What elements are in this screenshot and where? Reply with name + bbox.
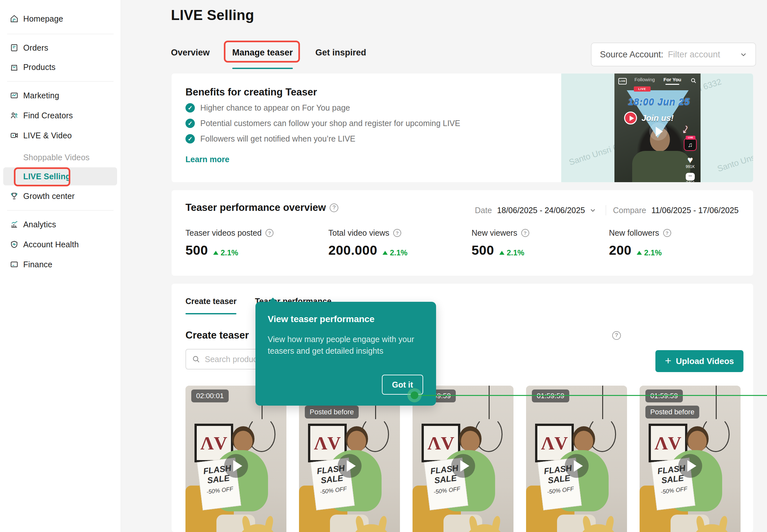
chevron-down-icon (740, 51, 747, 58)
sidebar-item-finance[interactable]: Finance (0, 255, 121, 273)
stat-label: New viewers (472, 228, 517, 238)
sidebar-item-label: Shoppable Videos (23, 153, 90, 162)
guide-highlight-line (415, 395, 767, 396)
stat-teaser-videos-posted: Teaser videos posted? 500 2.1% (185, 228, 273, 258)
phone-action-rail: ♫LIVE ♥ 991K 3456 (683, 138, 697, 182)
stat-value: 200.000 (328, 243, 377, 258)
up-arrow-icon (382, 251, 388, 255)
person-body (632, 151, 690, 182)
tab-create-teaser[interactable]: Create teaser (185, 297, 236, 306)
video-duration-badge: 02:00:01 (191, 389, 229, 402)
stat-delta: 2.1% (382, 248, 408, 257)
sidebar-item-marketing[interactable]: Marketing (0, 86, 121, 104)
sidebar-item-shoppable-videos[interactable]: Shoppable Videos (0, 148, 121, 166)
sidebar-item-find-creators[interactable]: Find Creators (0, 106, 121, 124)
stat-value: 500 (472, 243, 494, 258)
date-filter-row: Date 18/06/2025 - 24/06/2025 Compare 11/… (475, 205, 739, 215)
cage-lamp (475, 417, 503, 452)
account-avatar: ♫LIVE (684, 138, 697, 151)
video-grid: ΛVFLASHSALE-50% OFF02:00:01ΛVFLASHSALE-5… (185, 386, 741, 532)
teaser-video-card[interactable]: ΛVFLASHSALE-50% OFF02:00:01 (185, 386, 286, 532)
find-creators-icon (10, 111, 19, 120)
tab-get-inspired[interactable]: Get inspired (315, 44, 366, 64)
person-face (234, 431, 252, 452)
cage-lamp (588, 417, 616, 452)
divider (7, 34, 113, 34)
help-icon[interactable]: ? (612, 331, 621, 340)
tooltip-arrow (268, 298, 277, 302)
sidebar-item-products[interactable]: Products (0, 58, 121, 76)
search-icon (192, 355, 200, 363)
phone-tab-for-you: For You (664, 77, 681, 82)
stat-value: 200 (609, 243, 632, 258)
growth-center-icon (10, 192, 19, 201)
comments-count: 3456 (683, 181, 697, 182)
likes-count: 991K (683, 164, 697, 169)
orders-icon (10, 43, 19, 52)
stat-new-viewers: New viewers? 500 2.1% (472, 228, 529, 258)
posted-before-badge: Posted before (305, 406, 359, 419)
teaser-phone-preview: LIVE Following For You LIVE 18:00 Jun 25… (615, 74, 701, 182)
marketing-icon (10, 91, 19, 100)
help-icon[interactable]: ? (265, 229, 273, 237)
help-icon[interactable]: ? (329, 203, 338, 212)
sidebar-item-label: Homepage (23, 14, 63, 24)
benefits-card: Benefits for creating Teaser ✓ Higher ch… (172, 74, 753, 182)
sidebar-item-analytics[interactable]: Analytics (0, 215, 121, 233)
account-health-icon (10, 240, 19, 249)
play-icon (624, 112, 637, 124)
stat-label: Total video views (328, 228, 389, 238)
video-duration-badge: 01:59:59 (532, 389, 569, 402)
sidebar-item-label: Orders (23, 43, 48, 53)
stat-new-followers: New followers? 200 2.1% (609, 228, 671, 258)
learn-more-link[interactable]: Learn more (185, 155, 229, 164)
benefit-item: ✓ Higher chance to appear on For You pag… (185, 103, 350, 113)
teaser-video-card[interactable]: ΛVFLASHSALE-50% OFF01:59:59Posted before (640, 386, 741, 532)
home-icon (10, 14, 19, 23)
source-account-label: Source Account: (600, 50, 664, 60)
sidebar-item-live-selling[interactable]: LIVE Selling (3, 167, 117, 185)
stat-value: 500 (185, 243, 208, 258)
teaser-video-card[interactable]: ΛVFLASHSALE-50% OFF01:59:59 (413, 386, 514, 532)
date-label: Date (475, 206, 492, 215)
cage-lamp (248, 417, 275, 452)
tab-overview[interactable]: Overview (171, 44, 210, 64)
analytics-icon (10, 220, 19, 229)
teaser-video-card[interactable]: ΛVFLASHSALE-50% OFFPosted before (299, 386, 400, 532)
up-arrow-icon (637, 251, 642, 255)
sidebar-item-homepage[interactable]: Homepage (0, 10, 121, 28)
compare-range-value: 11/06/2025 - 17/06/2025 (651, 206, 739, 215)
help-icon[interactable]: ? (521, 229, 529, 237)
benefit-item: ✓ Potential customers can follow your sh… (185, 119, 460, 128)
help-icon[interactable]: ? (393, 229, 401, 237)
sidebar-item-label: Find Creators (23, 111, 73, 120)
comment-icon (686, 173, 695, 181)
play-icon (678, 454, 702, 478)
sidebar-item-live-video[interactable]: LIVE & Video (0, 126, 121, 144)
check-icon: ✓ (185, 119, 195, 128)
upload-videos-button[interactable]: + Upload Videos (655, 350, 743, 372)
tab-manage-teaser[interactable]: Manage teaser (232, 44, 293, 64)
stat-delta: 2.1% (637, 248, 662, 257)
video-duration-badge: 01:59:59 (645, 389, 683, 402)
date-range-value[interactable]: 18/06/2025 - 24/06/2025 (497, 206, 585, 215)
help-icon[interactable]: ? (663, 229, 671, 237)
play-icon (649, 123, 667, 141)
live-tag: LIVE (686, 136, 695, 140)
tooltip-body: View how many people engage with your te… (268, 333, 419, 357)
performance-card: Teaser performance overview ? Date 18/06… (172, 190, 753, 276)
up-arrow-icon (499, 251, 505, 255)
source-account-select[interactable]: Source Account: Filter account (591, 43, 756, 66)
benefit-text: Followers will get notified when you’re … (200, 134, 355, 143)
search-icon (690, 77, 697, 84)
join-row: Join us! (624, 112, 674, 124)
stat-label: New followers (609, 228, 659, 238)
heart-icon: ♥ (683, 155, 697, 164)
lamp-chain (489, 386, 490, 419)
teaser-video-card[interactable]: ΛVFLASHSALE-50% OFF01:59:59 (526, 386, 627, 532)
chevron-down-icon[interactable] (590, 207, 596, 213)
sidebar-item-growth-center[interactable]: Growth center (0, 187, 121, 205)
play-icon (338, 454, 361, 478)
sidebar-item-account-health[interactable]: Account Health (0, 235, 121, 253)
sidebar-item-orders[interactable]: Orders (0, 39, 121, 57)
